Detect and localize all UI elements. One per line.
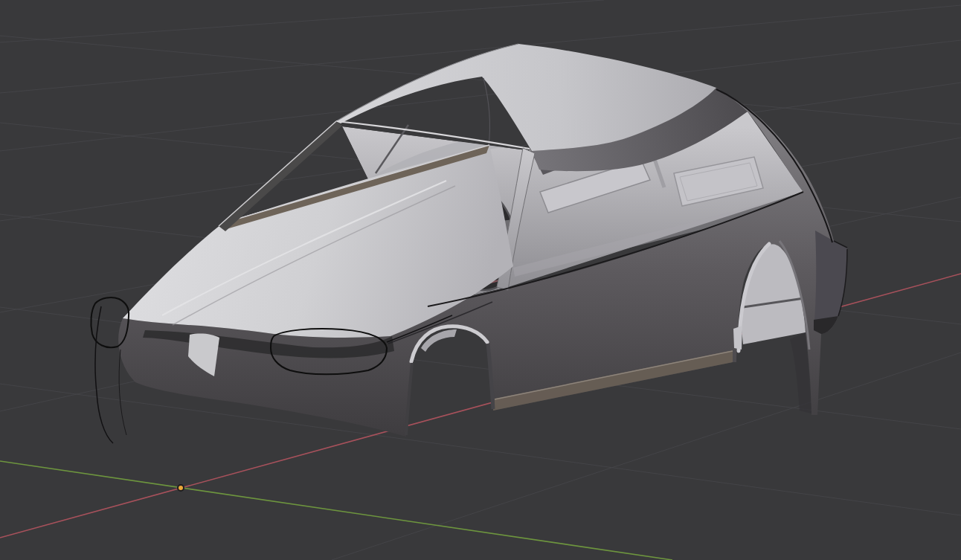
origin-point[interactable] [178,485,184,491]
rear-arch-front-lip-tip [733,326,742,350]
blender-3d-viewport[interactable] [0,0,961,560]
viewport-canvas[interactable] [0,0,961,560]
